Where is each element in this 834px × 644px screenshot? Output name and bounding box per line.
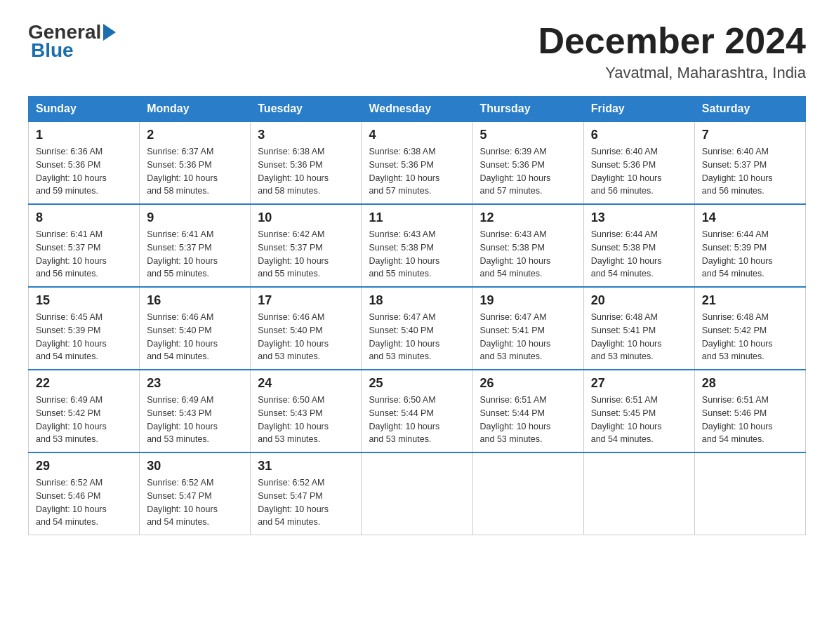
weekday-header-wednesday: Wednesday bbox=[362, 97, 472, 122]
calendar-cell: 27Sunrise: 6:51 AMSunset: 5:45 PMDayligh… bbox=[583, 370, 694, 452]
day-number: 23 bbox=[147, 376, 243, 391]
calendar-cell: 23Sunrise: 6:49 AMSunset: 5:43 PMDayligh… bbox=[140, 370, 251, 452]
calendar-cell: 8Sunrise: 6:41 AMSunset: 5:37 PMDaylight… bbox=[29, 204, 140, 287]
day-info: Sunrise: 6:45 AMSunset: 5:39 PMDaylight:… bbox=[36, 311, 132, 363]
day-number: 25 bbox=[369, 376, 465, 391]
calendar-cell bbox=[362, 452, 472, 535]
calendar-week-row: 8Sunrise: 6:41 AMSunset: 5:37 PMDaylight… bbox=[29, 204, 806, 287]
day-number: 18 bbox=[369, 293, 465, 308]
weekday-header-tuesday: Tuesday bbox=[251, 97, 362, 122]
calendar-cell: 15Sunrise: 6:45 AMSunset: 5:39 PMDayligh… bbox=[29, 287, 140, 370]
calendar-cell: 9Sunrise: 6:41 AMSunset: 5:37 PMDaylight… bbox=[140, 204, 251, 287]
calendar-cell bbox=[583, 452, 694, 535]
day-number: 10 bbox=[258, 210, 354, 225]
day-number: 7 bbox=[702, 128, 798, 142]
day-info: Sunrise: 6:48 AMSunset: 5:41 PMDaylight:… bbox=[591, 311, 687, 363]
calendar-cell: 28Sunrise: 6:51 AMSunset: 5:46 PMDayligh… bbox=[694, 370, 805, 452]
logo-blue-text: Blue bbox=[31, 39, 74, 62]
calendar-body: 1Sunrise: 6:36 AMSunset: 5:36 PMDaylight… bbox=[29, 121, 806, 535]
day-info: Sunrise: 6:46 AMSunset: 5:40 PMDaylight:… bbox=[147, 311, 243, 363]
day-info: Sunrise: 6:39 AMSunset: 5:36 PMDaylight:… bbox=[480, 145, 576, 198]
calendar-title: December 2024 bbox=[538, 21, 806, 61]
calendar-cell: 22Sunrise: 6:49 AMSunset: 5:42 PMDayligh… bbox=[29, 370, 140, 452]
calendar-cell: 2Sunrise: 6:37 AMSunset: 5:36 PMDaylight… bbox=[140, 121, 251, 204]
weekday-header-friday: Friday bbox=[583, 97, 694, 122]
day-info: Sunrise: 6:36 AMSunset: 5:36 PMDaylight:… bbox=[36, 145, 132, 198]
day-info: Sunrise: 6:43 AMSunset: 5:38 PMDaylight:… bbox=[369, 228, 465, 281]
day-info: Sunrise: 6:41 AMSunset: 5:37 PMDaylight:… bbox=[36, 228, 132, 281]
day-number: 14 bbox=[702, 210, 798, 225]
day-info: Sunrise: 6:50 AMSunset: 5:44 PMDaylight:… bbox=[369, 394, 465, 446]
day-number: 17 bbox=[258, 293, 354, 308]
day-number: 6 bbox=[591, 128, 687, 142]
calendar-cell: 13Sunrise: 6:44 AMSunset: 5:38 PMDayligh… bbox=[583, 204, 694, 287]
day-info: Sunrise: 6:44 AMSunset: 5:39 PMDaylight:… bbox=[702, 228, 798, 281]
calendar-cell: 5Sunrise: 6:39 AMSunset: 5:36 PMDaylight… bbox=[472, 121, 583, 204]
calendar-cell: 24Sunrise: 6:50 AMSunset: 5:43 PMDayligh… bbox=[251, 370, 362, 452]
day-info: Sunrise: 6:38 AMSunset: 5:36 PMDaylight:… bbox=[258, 145, 354, 198]
day-number: 30 bbox=[147, 459, 243, 474]
day-info: Sunrise: 6:40 AMSunset: 5:37 PMDaylight:… bbox=[702, 145, 798, 198]
day-info: Sunrise: 6:38 AMSunset: 5:36 PMDaylight:… bbox=[369, 145, 465, 198]
day-number: 22 bbox=[36, 376, 132, 391]
calendar-cell bbox=[694, 452, 805, 535]
calendar-cell bbox=[472, 452, 583, 535]
day-number: 12 bbox=[480, 210, 576, 225]
day-info: Sunrise: 6:49 AMSunset: 5:42 PMDaylight:… bbox=[36, 394, 132, 446]
day-number: 29 bbox=[36, 459, 132, 474]
day-info: Sunrise: 6:48 AMSunset: 5:42 PMDaylight:… bbox=[702, 311, 798, 363]
day-number: 2 bbox=[147, 128, 243, 142]
day-number: 28 bbox=[702, 376, 798, 391]
day-info: Sunrise: 6:46 AMSunset: 5:40 PMDaylight:… bbox=[258, 311, 354, 363]
calendar-cell: 10Sunrise: 6:42 AMSunset: 5:37 PMDayligh… bbox=[251, 204, 362, 287]
calendar-week-row: 22Sunrise: 6:49 AMSunset: 5:42 PMDayligh… bbox=[29, 370, 806, 452]
day-number: 13 bbox=[591, 210, 687, 225]
calendar-cell: 29Sunrise: 6:52 AMSunset: 5:46 PMDayligh… bbox=[29, 452, 140, 535]
day-info: Sunrise: 6:43 AMSunset: 5:38 PMDaylight:… bbox=[480, 228, 576, 281]
day-info: Sunrise: 6:47 AMSunset: 5:40 PMDaylight:… bbox=[369, 311, 465, 363]
day-number: 26 bbox=[480, 376, 576, 391]
weekday-header-sunday: Sunday bbox=[29, 97, 140, 122]
day-info: Sunrise: 6:51 AMSunset: 5:46 PMDaylight:… bbox=[702, 394, 798, 446]
day-number: 11 bbox=[369, 210, 465, 225]
calendar-table: SundayMondayTuesdayWednesdayThursdayFrid… bbox=[28, 96, 806, 535]
weekday-header-saturday: Saturday bbox=[694, 97, 805, 122]
calendar-cell: 21Sunrise: 6:48 AMSunset: 5:42 PMDayligh… bbox=[694, 287, 805, 370]
calendar-cell: 25Sunrise: 6:50 AMSunset: 5:44 PMDayligh… bbox=[362, 370, 472, 452]
day-info: Sunrise: 6:52 AMSunset: 5:47 PMDaylight:… bbox=[258, 476, 354, 529]
calendar-cell: 18Sunrise: 6:47 AMSunset: 5:40 PMDayligh… bbox=[362, 287, 472, 370]
day-info: Sunrise: 6:49 AMSunset: 5:43 PMDaylight:… bbox=[147, 394, 243, 446]
day-number: 27 bbox=[591, 376, 687, 391]
calendar-cell: 11Sunrise: 6:43 AMSunset: 5:38 PMDayligh… bbox=[362, 204, 472, 287]
day-info: Sunrise: 6:51 AMSunset: 5:44 PMDaylight:… bbox=[480, 394, 576, 446]
calendar-week-row: 29Sunrise: 6:52 AMSunset: 5:46 PMDayligh… bbox=[29, 452, 806, 535]
calendar-subtitle: Yavatmal, Maharashtra, India bbox=[538, 64, 806, 82]
calendar-cell: 30Sunrise: 6:52 AMSunset: 5:47 PMDayligh… bbox=[140, 452, 251, 535]
day-number: 5 bbox=[480, 128, 576, 142]
weekday-header-thursday: Thursday bbox=[472, 97, 583, 122]
calendar-cell: 26Sunrise: 6:51 AMSunset: 5:44 PMDayligh… bbox=[472, 370, 583, 452]
calendar-cell: 12Sunrise: 6:43 AMSunset: 5:38 PMDayligh… bbox=[472, 204, 583, 287]
day-number: 16 bbox=[147, 293, 243, 308]
day-number: 8 bbox=[36, 210, 132, 225]
calendar-week-row: 1Sunrise: 6:36 AMSunset: 5:36 PMDaylight… bbox=[29, 121, 806, 204]
weekday-header-row: SundayMondayTuesdayWednesdayThursdayFrid… bbox=[29, 97, 806, 122]
calendar-cell: 14Sunrise: 6:44 AMSunset: 5:39 PMDayligh… bbox=[694, 204, 805, 287]
calendar-cell: 7Sunrise: 6:40 AMSunset: 5:37 PMDaylight… bbox=[694, 121, 805, 204]
day-number: 21 bbox=[702, 293, 798, 308]
day-number: 24 bbox=[258, 376, 354, 391]
calendar-cell: 16Sunrise: 6:46 AMSunset: 5:40 PMDayligh… bbox=[140, 287, 251, 370]
calendar-cell: 19Sunrise: 6:47 AMSunset: 5:41 PMDayligh… bbox=[472, 287, 583, 370]
day-number: 20 bbox=[591, 293, 687, 308]
calendar-cell: 20Sunrise: 6:48 AMSunset: 5:41 PMDayligh… bbox=[583, 287, 694, 370]
day-info: Sunrise: 6:51 AMSunset: 5:45 PMDaylight:… bbox=[591, 394, 687, 446]
day-info: Sunrise: 6:44 AMSunset: 5:38 PMDaylight:… bbox=[591, 228, 687, 281]
day-number: 1 bbox=[36, 128, 132, 142]
day-number: 15 bbox=[36, 293, 132, 308]
calendar-cell: 3Sunrise: 6:38 AMSunset: 5:36 PMDaylight… bbox=[251, 121, 362, 204]
weekday-header-monday: Monday bbox=[140, 97, 251, 122]
page-header: General Blue December 2024 Yavatmal, Mah… bbox=[28, 21, 806, 82]
day-info: Sunrise: 6:42 AMSunset: 5:37 PMDaylight:… bbox=[258, 228, 354, 281]
calendar-header: SundayMondayTuesdayWednesdayThursdayFrid… bbox=[29, 97, 806, 122]
day-info: Sunrise: 6:41 AMSunset: 5:37 PMDaylight:… bbox=[147, 228, 243, 281]
